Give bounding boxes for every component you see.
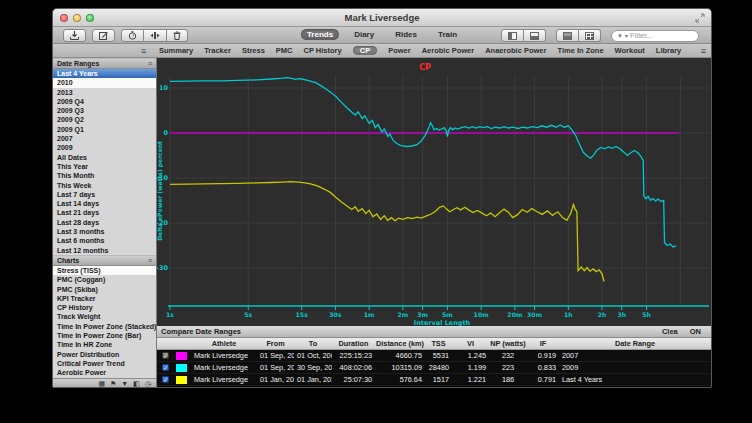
calendar-icon[interactable]: ▦ (98, 379, 105, 388)
title-bar[interactable]: Mark Liversedge (53, 9, 711, 27)
sidebar-menu-icon[interactable]: ≡ (141, 46, 146, 56)
cell-date_range: Last 4 Years (559, 375, 711, 384)
cell-if: 0.833 (527, 363, 559, 372)
tab-diary[interactable]: Diary (348, 29, 380, 40)
row-checkbox[interactable]: ✓ (162, 352, 169, 359)
chart-item[interactable]: PMC (Skiba) (53, 285, 156, 294)
edit-button[interactable] (92, 29, 115, 42)
x-tick-label: 5h (642, 311, 651, 318)
chart-item[interactable]: Stress (TISS) (53, 266, 156, 275)
chart-tab-stress[interactable]: Stress (242, 46, 265, 55)
chart-tab-summary[interactable]: Summary (159, 46, 193, 55)
bookmark-icon[interactable]: ⚑ (110, 379, 116, 388)
chart-tab-cp-history[interactable]: CP History (304, 46, 342, 55)
chart-menu-icon[interactable]: ≡ (701, 46, 706, 56)
y-axis-label: Delta xPower (watts) percent (157, 141, 164, 241)
clock-icon[interactable]: ◷ (145, 379, 151, 388)
date-range-item[interactable]: Last 28 days (53, 218, 156, 227)
chart-tab-pmc[interactable]: PMC (276, 46, 293, 55)
chart-tab-aerobic-power[interactable]: Aerobic Power (422, 46, 475, 55)
download-button[interactable] (63, 29, 86, 42)
date-range-item[interactable]: Last 12 months (53, 246, 156, 255)
chart-item[interactable]: Time In Power Zone (Bar) (53, 331, 156, 340)
chart-tab-anaerobic-power[interactable]: Anaerobic Power (485, 46, 546, 55)
sidebar-toggle-button[interactable] (501, 29, 524, 42)
x-tick-label: 1h (564, 311, 573, 318)
date-range-item[interactable]: 2009 Q3 (53, 106, 156, 115)
date-ranges-menu-icon[interactable]: ≡ (148, 59, 152, 68)
cell-duration: 25:07:30 (332, 375, 375, 384)
close-icon[interactable] (60, 14, 68, 22)
chart-item[interactable]: Time In Power Zone (Stacked) (53, 322, 156, 331)
row-checkbox[interactable]: ✓ (162, 376, 169, 383)
date-range-item[interactable]: 2007 (53, 134, 156, 143)
compare-row[interactable]: ✓Mark Liversedge01 Sep, 200601 Oct, 2007… (157, 350, 711, 362)
chart-item[interactable]: PMC (Coggan) (53, 275, 156, 284)
lowbar-toggle-button[interactable] (524, 29, 546, 42)
tabbed-view-icon (563, 32, 572, 40)
date-range-item[interactable]: Last 7 days (53, 190, 156, 199)
chart-tab-time-in-zone[interactable]: Time In Zone (557, 46, 603, 55)
chart-tab-library[interactable]: Library (656, 46, 681, 55)
chart-item[interactable]: CP History (53, 303, 156, 312)
minimize-icon[interactable] (73, 14, 81, 22)
x-tick-label: 2m (397, 311, 408, 318)
date-range-item[interactable]: Last 6 months (53, 236, 156, 245)
cp-chart[interactable]: 100-10-20-301s5s15s30s1m2m3m5m10m20m30m1… (157, 58, 711, 326)
filter-icon[interactable]: ▼ (121, 379, 128, 388)
compare-title: Compare Date Ranges (161, 327, 241, 336)
date-range-item[interactable]: 2013 (53, 88, 156, 97)
x-tick-label: 5m (442, 311, 453, 318)
date-range-item[interactable]: All Dates (53, 153, 156, 162)
charts-menu-icon[interactable]: ≡ (148, 256, 152, 265)
cell-athlete: Mark Liversedge (191, 351, 257, 360)
date-range-item[interactable]: This Year (53, 162, 156, 171)
date-range-item[interactable]: 2009 Q1 (53, 125, 156, 134)
app-window: Mark Liversedge (52, 8, 712, 388)
date-range-item[interactable]: Last 21 days (53, 208, 156, 217)
zoom-icon[interactable] (86, 14, 94, 22)
chart-tab-tracker[interactable]: Tracker (204, 46, 231, 55)
date-range-item[interactable]: Last 14 days (53, 199, 156, 208)
chart-tab-power[interactable]: Power (388, 46, 411, 55)
tabbed-view-button[interactable] (556, 29, 579, 42)
compare-row[interactable]: ✓Mark Liversedge01 Jan, 201101 Jan, 2015… (157, 374, 711, 386)
chart-item[interactable]: Aerobic Power (53, 368, 156, 377)
tab-train[interactable]: Train (432, 29, 463, 40)
delete-button[interactable] (167, 29, 188, 42)
sidebar: Date Ranges ≡ Last 4 Years201020132009 Q… (53, 58, 157, 388)
on-toggle[interactable]: ON (684, 327, 707, 336)
date-range-item[interactable]: 2009 Q4 (53, 97, 156, 106)
date-range-item[interactable]: 2009 Q2 (53, 115, 156, 124)
chart-item[interactable]: Track Weight (53, 312, 156, 321)
date-range-item[interactable]: 2010 (53, 78, 156, 87)
compare-column-headers: AthleteFromToDurationDistance (km)TSSVIN… (157, 338, 711, 350)
chart-tab-workout[interactable]: Workout (615, 46, 645, 55)
tab-trends[interactable]: Trends (301, 29, 339, 40)
chart-item[interactable]: Critical Power Trend (53, 359, 156, 368)
chart-tab-cp[interactable]: CP (353, 46, 377, 55)
column-header: From (257, 339, 294, 348)
tab-rides[interactable]: Rides (389, 29, 423, 40)
cell-to: 01 Oct, 2007 (294, 351, 332, 360)
chart-item[interactable]: KPI Tracker (53, 294, 156, 303)
chart-item[interactable]: Power Distribution (53, 350, 156, 359)
edit-icon (99, 31, 108, 40)
split-button[interactable] (144, 29, 167, 42)
chart-icon[interactable]: ◧ (133, 379, 140, 388)
compare-row[interactable]: ✓Mark Liversedge01 Sep, 200830 Sep, 2009… (157, 362, 711, 374)
row-checkbox[interactable]: ✓ (162, 364, 169, 371)
date-range-item[interactable]: This Week (53, 181, 156, 190)
date-range-item[interactable]: 2009 (53, 143, 156, 152)
stopwatch-button[interactable] (121, 29, 144, 42)
filter-input[interactable]: ▼ ▾ Filter... (611, 30, 699, 42)
split-icon (150, 31, 160, 40)
cell-tss: 5531 (425, 351, 452, 360)
date-range-item[interactable]: Last 4 Years (53, 69, 156, 78)
date-range-item[interactable]: Last 3 months (53, 227, 156, 236)
date-range-item[interactable]: This Month (53, 171, 156, 180)
chart-item[interactable]: Time In HR Zone (53, 340, 156, 349)
fullscreen-icon[interactable] (695, 13, 705, 23)
clear-button[interactable]: Clea (656, 327, 684, 336)
tiled-view-button[interactable] (579, 29, 601, 42)
